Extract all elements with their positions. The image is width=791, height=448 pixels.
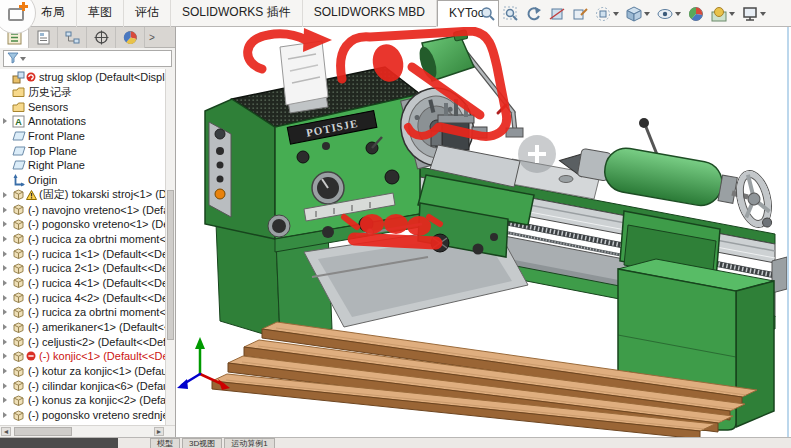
expander-arrow[interactable] (3, 221, 12, 227)
warning-badge-icon (26, 190, 37, 200)
expander-arrow[interactable] (3, 207, 12, 213)
filter-funnel-icon[interactable] (7, 50, 19, 68)
part-icon (12, 350, 26, 363)
folder-icon (12, 86, 26, 98)
tree-item[interactable]: (固定) tokarski stroj<1> (De (0, 188, 165, 203)
expander-arrow[interactable] (3, 236, 12, 242)
dropdown-caret[interactable] (760, 12, 766, 16)
heads-up-view-toolbar (478, 3, 768, 25)
tree-item[interactable]: (-) navojno vreteno<1> (Default (0, 202, 165, 217)
view-settings-icon[interactable] (740, 5, 768, 23)
tree-item[interactable]: (-) pogonsko vreteno<1> (Defa (0, 217, 165, 232)
section-view-icon[interactable] (547, 5, 567, 23)
origin-icon (12, 174, 26, 187)
tree-item[interactable]: Front Plane (0, 129, 165, 144)
tree-item-label: (-) rucica 4<1> (Default<<Defa (28, 277, 165, 289)
panel-tab-property-manager[interactable] (29, 27, 58, 48)
tree-vertical-scrollbar[interactable] (165, 69, 175, 425)
tree-item[interactable]: (-) rucica 4<2> (Default<<Defa (0, 290, 165, 305)
expander-arrow[interactable] (3, 412, 12, 418)
expander-arrow[interactable] (3, 383, 12, 389)
panel-tabs-overflow-arrow[interactable]: > (145, 27, 159, 47)
tree-item[interactable]: strug sklop (Default<Display S (0, 70, 165, 85)
tree-item-label: (-) amerikaner<1> (Default<<D (28, 321, 165, 333)
tree-item[interactable]: (-) cilindar konjica<6> (Default< (0, 378, 165, 393)
plus-overlay[interactable] (518, 135, 556, 173)
part-icon (12, 409, 26, 422)
apply-scene-icon[interactable] (709, 5, 737, 23)
zoom-area-icon[interactable] (501, 5, 521, 23)
tree-item[interactable]: (-) amerikaner<1> (Default<<D (0, 320, 165, 335)
tree-item[interactable]: (-) konjic<1> (Default<<De (0, 349, 165, 364)
tree-item[interactable]: 历史记录 (0, 85, 165, 100)
ribbon-tab-0[interactable]: 布局 (30, 0, 77, 27)
feature-manager-panel: > strug sklop (Default<Display S历史记录Sens… (0, 27, 176, 437)
expander-arrow[interactable] (3, 309, 12, 315)
tree-item[interactable]: (-) rucica za obrtni moment<2> (0, 305, 165, 320)
tree-horizontal-scrollbar[interactable]: ◄ ► (0, 425, 175, 437)
expander-arrow[interactable] (3, 295, 12, 301)
tree-item[interactable]: Sensors (0, 99, 165, 114)
display-style-icon[interactable] (624, 5, 652, 23)
tree-item[interactable]: (-) rucica 4<1> (Default<<Defa (0, 276, 165, 291)
expander-arrow[interactable] (3, 324, 12, 330)
tree-item-label: Right Plane (28, 159, 85, 171)
filter-row (0, 48, 175, 69)
scroll-left-arrow[interactable]: ◄ (1, 427, 11, 436)
zoom-fit-icon[interactable] (478, 5, 498, 23)
model-tab-2[interactable]: 运动算例1 (224, 438, 274, 448)
expander-arrow[interactable] (3, 353, 12, 359)
panel-tab-display-manager[interactable] (116, 27, 145, 48)
model-tab-1[interactable]: 3D视图 (182, 438, 222, 448)
tree-item[interactable]: Origin (0, 173, 165, 188)
dropdown-caret[interactable] (675, 12, 681, 16)
tree-item[interactable]: (-) rucica 1<1> (Default<<Defa (0, 246, 165, 261)
tree-item-label: (-) rucica 4<2> (Default<<Defa (28, 292, 165, 304)
view-orientation-icon[interactable] (593, 5, 621, 23)
ribbon-tab-4[interactable]: SOLIDWORKS MBD (303, 0, 437, 27)
scrollbar-thumb[interactable] (167, 190, 174, 340)
tree-item[interactable]: (-) pogonsko vreteno srednje< (0, 408, 165, 423)
graphics-viewport[interactable]: POTISJE (176, 27, 791, 437)
scrollbar-thumb[interactable] (14, 427, 72, 436)
expander-arrow[interactable] (3, 118, 12, 124)
edit-appearance-icon[interactable] (686, 5, 706, 23)
part-icon (12, 321, 26, 334)
ribbon-tab-2[interactable]: 评估 (124, 0, 171, 27)
dropdown-caret[interactable] (613, 12, 619, 16)
panel-tab-configuration-manager[interactable] (58, 27, 87, 48)
ribbon-tab-label: SOLIDWORKS 插件 (182, 5, 291, 19)
tree-item[interactable]: (-) rucica za obrtni moment<1> (0, 232, 165, 247)
expander-arrow[interactable] (3, 280, 12, 286)
tailstock-handwheel (731, 167, 777, 233)
expander-arrow[interactable] (3, 265, 12, 271)
expander-arrow[interactable] (3, 251, 12, 257)
expander-arrow[interactable] (3, 368, 12, 374)
status-bar: 模型3D视图运动算例1 (0, 437, 791, 448)
expander-arrow[interactable] (3, 397, 12, 403)
ribbon-tab-3[interactable]: SOLIDWORKS 插件 (171, 0, 303, 27)
tree-item[interactable]: (-) konus za konjic<2> (Default (0, 393, 165, 408)
panel-tab-dimxpert-manager[interactable] (87, 27, 116, 48)
annotation-view-icon[interactable] (570, 5, 590, 23)
dropdown-caret[interactable] (729, 12, 735, 16)
tree-item[interactable]: AAnnotations (0, 114, 165, 129)
tree-item[interactable]: (-) celjusti<2> (Default<<Defau (0, 334, 165, 349)
model-tab-0[interactable]: 模型 (150, 438, 180, 448)
part-icon (12, 291, 26, 304)
part-icon (12, 394, 26, 407)
part-icon (12, 379, 26, 392)
tree-item[interactable]: (-) kotur za konjic<1> (Default< (0, 364, 165, 379)
hide-show-items-icon[interactable] (655, 5, 683, 23)
scroll-right-arrow[interactable]: ► (154, 427, 164, 436)
tree-item[interactable]: Right Plane (0, 158, 165, 173)
tree-item[interactable]: (-) rucica 2<1> (Default<<Defa (0, 261, 165, 276)
placard (280, 41, 328, 113)
ribbon-tab-1[interactable]: 草图 (77, 0, 124, 27)
previous-view-icon[interactable] (524, 5, 544, 23)
dropdown-caret[interactable] (644, 12, 650, 16)
filter-input[interactable] (26, 52, 168, 65)
tree-item[interactable]: Top Plane (0, 143, 165, 158)
expander-arrow[interactable] (3, 192, 12, 198)
expander-arrow[interactable] (3, 339, 12, 345)
